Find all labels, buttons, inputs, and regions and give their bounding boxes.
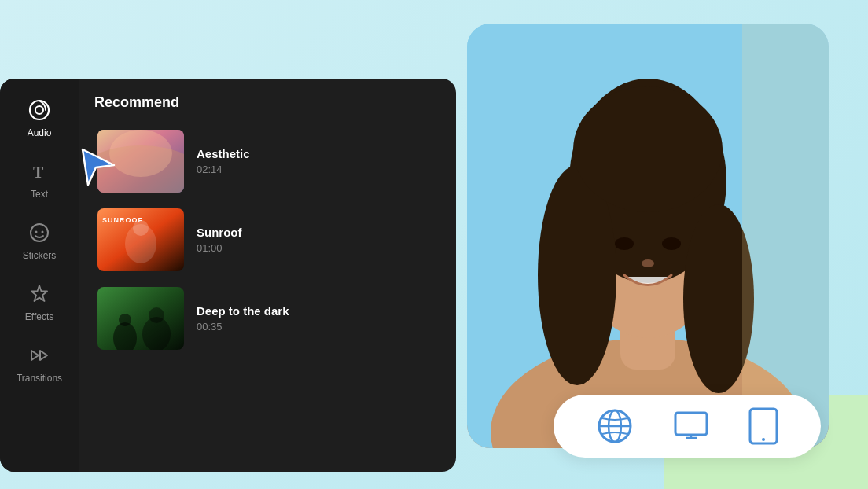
- text-icon: T: [25, 157, 53, 186]
- svg-text:T: T: [33, 164, 44, 181]
- sidebar-label-text: Text: [31, 189, 48, 200]
- music-info-sunroof: Sunroof 01:00: [197, 226, 437, 254]
- music-duration-dark: 00:35: [197, 321, 437, 333]
- music-duration-sunroof: 01:00: [197, 242, 437, 254]
- sidebar-label-transitions: Transitions: [17, 373, 62, 384]
- audio-icon: [25, 96, 53, 124]
- thumb-dark: [97, 287, 184, 350]
- effects-icon: [25, 280, 53, 308]
- svg-point-21: [35, 106, 43, 114]
- section-title: Recommend: [94, 94, 440, 111]
- thumb-aesthetic: [97, 130, 184, 193]
- sidebar-item-text[interactable]: T Text: [0, 148, 79, 209]
- svg-point-9: [662, 237, 681, 250]
- svg-point-19: [762, 438, 765, 441]
- tablet-icon[interactable]: [748, 406, 779, 446]
- music-duration-aesthetic: 02:14: [197, 164, 437, 175]
- desktop-icon[interactable]: [671, 406, 711, 446]
- music-item-dark[interactable]: Deep to the dark 00:35: [94, 281, 440, 356]
- transitions-icon: [25, 341, 53, 370]
- sidebar-item-effects[interactable]: Effects: [0, 270, 79, 332]
- svg-point-36: [119, 314, 131, 326]
- svg-point-38: [149, 307, 164, 323]
- sidebar-label-effects: Effects: [25, 311, 53, 322]
- svg-point-33: [133, 220, 149, 236]
- svg-rect-15: [675, 413, 707, 435]
- sidebar-item-audio[interactable]: Audio: [0, 86, 79, 148]
- music-title-dark: Deep to the dark: [197, 304, 437, 318]
- svg-rect-34: [97, 287, 184, 350]
- sidebar-item-stickers[interactable]: Stickers: [0, 209, 79, 270]
- music-info-aesthetic: Aesthetic 02:14: [197, 147, 437, 175]
- music-title-sunroof: Sunroof: [197, 226, 437, 239]
- music-item-sunroof[interactable]: SUNROOF Sunroof 01:00: [94, 202, 440, 278]
- svg-point-24: [35, 231, 38, 233]
- thumb-sunroof: SUNROOF: [97, 208, 184, 271]
- music-item-aesthetic[interactable]: Aesthetic 02:14: [94, 123, 440, 199]
- hero-image: [467, 24, 829, 448]
- globe-icon[interactable]: [595, 406, 634, 446]
- sidebar-item-transitions[interactable]: Transitions: [0, 332, 79, 393]
- svg-rect-11: [742, 24, 829, 448]
- music-info-dark: Deep to the dark 00:35: [197, 304, 437, 333]
- music-list: Aesthetic 02:14: [94, 123, 440, 356]
- editor-panel: Audio T Text Stickers: [0, 79, 456, 472]
- svg-point-7: [573, 86, 723, 212]
- sidebar-label-audio: Audio: [28, 127, 52, 138]
- svg-point-23: [31, 224, 48, 241]
- svg-point-29: [109, 130, 172, 177]
- device-bar: [554, 395, 821, 458]
- sidebar: Audio T Text Stickers: [0, 79, 79, 472]
- svg-point-8: [615, 237, 634, 250]
- svg-marker-26: [31, 285, 47, 301]
- music-title-aesthetic: Aesthetic: [197, 147, 437, 160]
- svg-point-10: [642, 259, 654, 267]
- sidebar-label-stickers: Stickers: [23, 250, 57, 261]
- stickers-icon: [25, 219, 53, 247]
- main-content: Recommend: [79, 79, 456, 472]
- svg-point-25: [42, 231, 44, 233]
